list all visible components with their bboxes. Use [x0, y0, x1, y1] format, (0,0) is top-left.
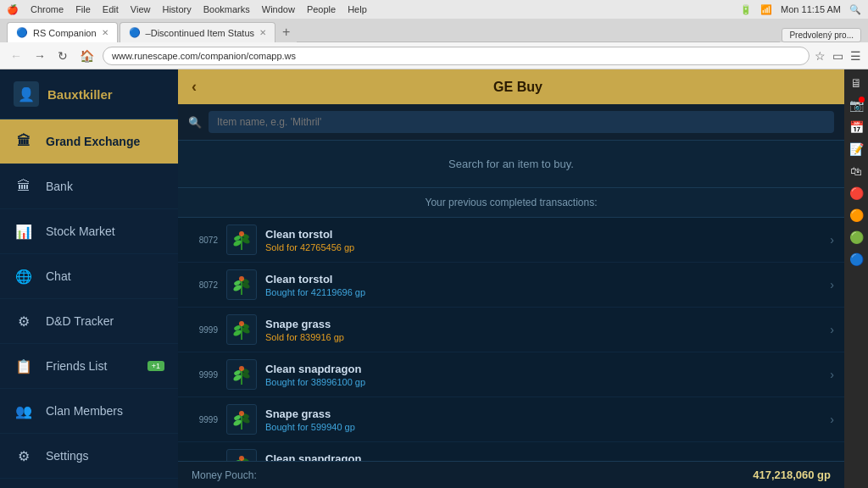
transaction-qty: 9999: [188, 415, 218, 424]
transaction-qty: 9999: [188, 325, 218, 335]
new-tab-button[interactable]: +: [277, 25, 295, 40]
menu-icon[interactable]: ☰: [850, 49, 861, 63]
dock-icon-5[interactable]: 🛍: [846, 161, 866, 181]
dock-icon-3[interactable]: 📅: [846, 117, 866, 137]
back-button[interactable]: ←: [7, 47, 25, 64]
sidebar-item-log-out[interactable]: ⏻ Log Out: [0, 479, 178, 488]
sidebar-item-grand-exchange[interactable]: 🏛 Grand Exchange: [0, 119, 178, 164]
sidebar-item-settings[interactable]: ⚙ Settings: [0, 434, 178, 479]
bookmarks-menu[interactable]: Bookmarks: [203, 4, 250, 14]
sidebar-item-dd-tracker[interactable]: ⚙ D&D Tracker: [0, 299, 178, 344]
edit-menu[interactable]: Edit: [103, 4, 119, 14]
transaction-qty: 8072: [188, 280, 218, 290]
bank-icon: 🏛: [14, 176, 34, 197]
mac-status-bar: 🔋 📶 Mon 11:15 AM 🔍: [740, 4, 861, 15]
search-input[interactable]: [209, 111, 834, 133]
app-container: 👤 Bauxtkiller 🏛 Grand Exchange 🏛 Bank 📊 …: [0, 69, 868, 488]
tab-favicon: 🔵: [16, 27, 28, 38]
search-bar: 🔍: [178, 104, 844, 141]
svg-point-29: [239, 411, 244, 416]
mac-menu-bar: 🍎 Chrome File Edit View History Bookmark…: [7, 4, 367, 15]
money-pouch-bar: Money Pouch: 417,218,060 gp: [178, 461, 844, 488]
tab-discontinued[interactable]: 🔵 –Discontinued Item Status ✕: [120, 22, 275, 42]
sidebar-item-label-settings: Settings: [46, 449, 89, 463]
sidebar-header: 👤 Bauxtkiller: [0, 69, 178, 119]
clan-members-icon: 👥: [14, 401, 34, 421]
friends-list-icon: 📋: [14, 356, 34, 376]
reload-button[interactable]: ↻: [54, 47, 71, 64]
chrome-menu[interactable]: Chrome: [31, 4, 64, 14]
tab-close-button-2[interactable]: ✕: [259, 28, 266, 37]
transaction-row[interactable]: 9999 Clean snapdragon Sold for 39206079 …: [178, 442, 844, 461]
file-menu[interactable]: File: [75, 4, 91, 14]
time-display: Mon 11:15 AM: [781, 4, 841, 14]
sidebar-item-label-chat: Chat: [46, 269, 71, 283]
transaction-row[interactable]: 8072 Clean torstol Bought for 42119696 g…: [178, 263, 844, 308]
transaction-image: [226, 269, 257, 300]
transaction-price: Sold for 42765456 gp: [265, 242, 821, 252]
svg-point-11: [239, 276, 244, 281]
transaction-row[interactable]: 9999 Snape grass Sold for 839916 gp ›: [178, 308, 844, 352]
help-menu[interactable]: Help: [348, 4, 367, 14]
dock-icon-8[interactable]: 🟢: [846, 227, 866, 247]
transaction-qty: 8072: [188, 236, 218, 245]
transaction-row[interactable]: 9999 Clean snapdragon Bought for 3899610…: [178, 352, 844, 397]
back-button[interactable]: ‹: [192, 78, 197, 96]
dock-icon-1[interactable]: 🖥: [846, 73, 866, 93]
tab-close-button[interactable]: ✕: [102, 28, 108, 37]
sidebar-item-label-dd-tracker: D&D Tracker: [46, 314, 114, 328]
bookmark-star-icon[interactable]: ☆: [815, 49, 826, 63]
transaction-info: Clean snapdragon Sold for 39206079 gp: [265, 452, 821, 462]
svg-point-17: [239, 321, 244, 326]
transaction-info: Clean torstol Sold for 42765456 gp: [265, 228, 821, 252]
sidebar-item-clan-members[interactable]: 👥 Clan Members: [0, 389, 178, 434]
cast-icon[interactable]: ▭: [832, 49, 843, 63]
browser-nav-icons: ☆ ▭ ☰: [815, 49, 861, 63]
tab-rs-companion[interactable]: 🔵 RS Companion ✕: [7, 22, 118, 42]
dd-tracker-icon: ⚙: [14, 311, 34, 331]
content-area: Search for an item to buy. Your previous…: [178, 141, 844, 461]
chevron-right-icon: ›: [830, 278, 834, 291]
main-content: ‹ GE Buy 🔍 Search for an item to buy. Yo…: [178, 69, 844, 488]
dock-icon-7[interactable]: 🟠: [846, 205, 866, 225]
spotlight-icon[interactable]: 🔍: [849, 4, 861, 15]
settings-icon: ⚙: [14, 446, 34, 466]
sidebar-item-chat[interactable]: 🌐 Chat: [0, 254, 178, 299]
mac-os-bar: 🍎 Chrome File Edit View History Bookmark…: [0, 0, 868, 19]
tab-label-2: –Discontinued Item Status: [146, 28, 254, 38]
transaction-row[interactable]: 8072 Clean torstol Sold for 42765456 gp …: [178, 218, 844, 263]
dock-icon-9[interactable]: 🔵: [846, 249, 866, 269]
view-menu[interactable]: View: [131, 4, 151, 14]
sidebar-item-label-grand-exchange: Grand Exchange: [46, 135, 140, 148]
transaction-price: Bought for 599940 gp: [265, 422, 821, 432]
transaction-info: Clean snapdragon Bought for 38996100 gp: [265, 363, 821, 387]
svg-point-5: [239, 231, 244, 236]
chevron-right-icon: ›: [830, 233, 834, 247]
dock-icon-2[interactable]: 📷: [846, 95, 866, 115]
page-title: GE Buy: [205, 80, 831, 95]
transaction-row[interactable]: 9999 Snape grass Bought for 599940 gp ›: [178, 397, 844, 442]
sidebar-item-label-stock-market: Stock Market: [46, 225, 115, 238]
url-bar[interactable]: www.runescape.com/companion/comapp.ws: [103, 47, 810, 65]
sidebar-item-stock-market[interactable]: 📊 Stock Market: [0, 209, 178, 254]
transaction-image: [226, 404, 257, 435]
sidebar-item-label-clan-members: Clan Members: [46, 404, 123, 418]
transaction-image: [226, 314, 257, 345]
extension-button[interactable]: Predvolený pro...: [782, 28, 861, 42]
sidebar-avatar: 👤: [14, 81, 39, 107]
window-menu[interactable]: Window: [262, 4, 295, 14]
tab-favicon-2: 🔵: [129, 27, 141, 38]
sidebar-item-friends-list[interactable]: 📋 Friends List +1: [0, 344, 178, 389]
people-menu[interactable]: People: [307, 4, 336, 14]
transaction-name: Clean torstol: [265, 273, 821, 286]
home-button[interactable]: 🏠: [76, 47, 97, 64]
chat-icon: 🌐: [14, 266, 34, 286]
dock-icon-6[interactable]: 🔴: [846, 183, 866, 203]
history-menu[interactable]: History: [162, 4, 191, 14]
sidebar-item-label-bank: Bank: [46, 180, 73, 193]
sidebar-item-bank[interactable]: 🏛 Bank: [0, 164, 178, 209]
dock-icon-4[interactable]: 📝: [846, 139, 866, 159]
forward-button[interactable]: →: [31, 47, 49, 64]
transaction-name: Clean snapdragon: [265, 363, 821, 375]
apple-menu[interactable]: 🍎: [7, 4, 19, 15]
